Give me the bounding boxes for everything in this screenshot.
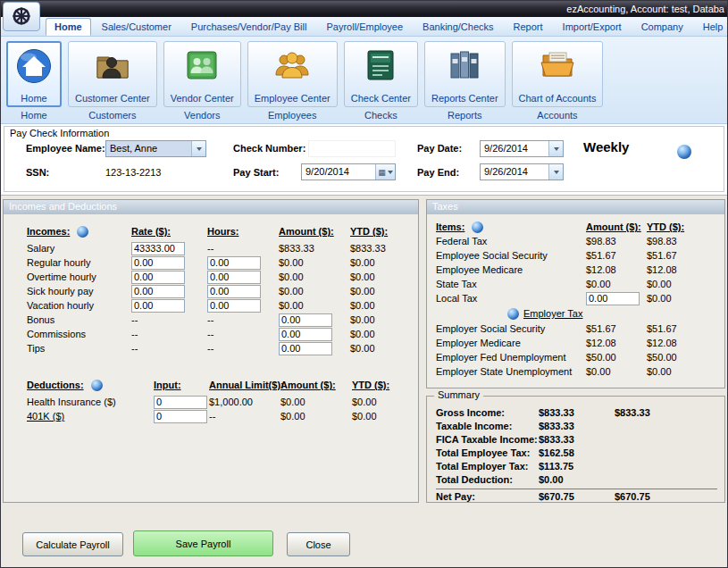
save-payroll-button[interactable]: Save Payroll [133, 530, 273, 556]
summary-label: Total Employee Tax: [436, 447, 539, 458]
sick-hourly-pay-hours-input[interactable] [207, 285, 261, 298]
incomes-header-cell: Incomes: [27, 226, 131, 238]
tool-button-label: Home [21, 93, 46, 104]
close-button[interactable]: Close [287, 532, 350, 556]
tax-headers: Items: Amount ($): YTD ($): [436, 220, 719, 234]
tips-amount-input[interactable] [279, 342, 332, 355]
income-row-tips: Tips----$0.00 [27, 341, 413, 355]
regular-hourly-rate-input[interactable] [131, 256, 185, 270]
tool-vendor-center: Vendor CenterVendors [163, 41, 241, 121]
total-employer-tax-value: $113.75 [539, 461, 615, 472]
ssn-value: 123-13-2213 [105, 167, 161, 178]
chevron-down-icon[interactable] [548, 164, 563, 180]
customer-center-button[interactable]: Customer Center [68, 41, 157, 107]
vacation-hourly-hours-input[interactable] [207, 299, 261, 313]
employee-center-button[interactable]: Employee Center [247, 41, 338, 107]
chevron-down-icon[interactable] [191, 141, 205, 156]
health-insurance-input-input[interactable] [154, 396, 207, 409]
menu-tab-home[interactable]: Home [46, 18, 91, 36]
menu-tab-banking-checks[interactable]: Banking/Checks [414, 18, 503, 36]
pay-start-label: Pay Start: [233, 167, 279, 178]
sick-hourly-pay-rate-input[interactable] [131, 285, 185, 298]
home-button[interactable]: Home [6, 41, 62, 107]
vacation-hourly-rate-input[interactable] [131, 299, 185, 313]
overtime-hourly-hours-input[interactable] [207, 271, 261, 284]
fica-taxable-income-value: $833.33 [539, 434, 615, 445]
federal-tax-ytd-value: $98.83 [647, 236, 719, 246]
income-label: Sick hourly pay [27, 286, 131, 297]
income-label: Commissions [27, 329, 131, 339]
health-insurance-amount-value: $0.00 [280, 397, 352, 407]
paycheck-section-title: Pay Check Information [10, 128, 109, 138]
reports-center-button[interactable]: Reports Center [424, 41, 506, 107]
commissions-amount-input[interactable] [279, 328, 332, 341]
deduction-row-401k: 401K ($)--$0.00$0.00 [27, 409, 413, 423]
ded-amount-header: Amount ($): [280, 380, 352, 390]
bonus-amount-input[interactable] [279, 313, 332, 327]
gross-income-ytd-value: $833.33 [615, 407, 717, 418]
summary-label: Net Pay: [436, 491, 539, 502]
chart-of-accounts-button[interactable]: Chart of Accounts [512, 41, 604, 107]
employer-state-unemployment-amount-value: $0.00 [586, 366, 647, 377]
incomes-deductions-body: Incomes: Rate ($): Hours: Amount ($): YT… [4, 214, 418, 423]
pay-end-value: 9/26/2014 [481, 164, 548, 180]
app-menu-button[interactable] [3, 2, 40, 31]
salary-ytd-value: $833.33 [350, 243, 413, 254]
summary-label: FICA Taxable Income: [436, 434, 539, 445]
employer-tax-help-icon[interactable] [507, 308, 519, 320]
pay-date-select[interactable]: 9/26/2014 [480, 140, 564, 157]
menu-tab-company[interactable]: Company [632, 18, 692, 36]
tool-caption: Accounts [537, 110, 577, 121]
menu-tab-report[interactable]: Report [505, 18, 552, 36]
menu-tab-help[interactable]: Help [694, 18, 728, 36]
summary-label: Total Deduction: [436, 474, 539, 485]
commissions-rate-value: -- [131, 329, 207, 339]
tool-caption: Employees [268, 110, 316, 121]
overtime-hourly-rate-input[interactable] [131, 271, 185, 284]
vendor-center-button[interactable]: Vendor Center [163, 41, 241, 107]
incomes-help-icon[interactable] [77, 226, 88, 238]
income-label: Overtime hourly [27, 271, 131, 282]
summary-row-taxable-income: Taxable Income:$833.33 [436, 419, 717, 432]
tax-label: Local Tax [436, 293, 586, 304]
summary-label: Total Employer Tax: [436, 461, 539, 472]
tips-hours-value: -- [207, 343, 279, 354]
income-row-overtime-hourly: Overtime hourly$0.00$0.00 [27, 270, 413, 284]
chevron-down-icon[interactable] [548, 141, 563, 156]
total-employee-tax-value: $162.58 [539, 447, 615, 458]
salary-rate-input[interactable] [131, 242, 185, 255]
calculate-payroll-button[interactable]: Calculate Payroll [22, 532, 123, 556]
regular-hourly-hours-input[interactable] [207, 256, 261, 270]
local-tax-ytd-value: $0.00 [647, 293, 719, 304]
tax-label: Federal Tax [436, 236, 586, 246]
employer-fed-unemployment-amount-value: $50.00 [586, 352, 647, 363]
menu-tab-sales-customer[interactable]: Sales/Customer [93, 18, 180, 36]
employer-tax-label: Employer Tax [523, 308, 582, 319]
pay-date-value: 9/26/2014 [481, 141, 548, 156]
menu-tab-purchases-vendor-pay-bill[interactable]: Purchases/Vendor/Pay Bill [182, 18, 316, 36]
pay-end-select[interactable]: 9/26/2014 [480, 163, 564, 180]
taxable-income-value: $833.33 [539, 421, 615, 431]
calendar-icon[interactable] [375, 164, 395, 180]
income-row-vacation-hourly: Vacation hourly$0.00$0.00 [27, 298, 413, 313]
menu-tab-payroll-employee[interactable]: Payroll/Employee [317, 18, 412, 36]
local-tax-amount-input[interactable] [586, 292, 640, 305]
deduction-label: 401K ($) [27, 411, 154, 422]
deductions-help-icon[interactable] [91, 380, 103, 391]
tips-ytd-value: $0.00 [350, 343, 413, 354]
help-globe-icon[interactable] [677, 145, 691, 159]
employee-name-select[interactable]: Best, Anne [105, 140, 206, 157]
menu-tab-import-export[interactable]: Import/Export [554, 18, 631, 36]
tax-label: Employer State Unemployment [436, 366, 586, 377]
pay-start-picker[interactable]: 9/20/2014 [301, 163, 396, 180]
taxes-help-icon[interactable] [472, 221, 483, 233]
items-header-label: Items: [436, 221, 464, 232]
pay-start-value: 9/20/2014 [302, 164, 375, 180]
app-window: ezAccounting, Account: test, Databa Home… [0, 0, 728, 568]
income-row-commissions: Commissions----$0.00 [27, 327, 413, 341]
401k-input-input[interactable] [154, 410, 207, 423]
check-number-input[interactable] [308, 140, 396, 157]
income-label: Bonus [27, 314, 131, 325]
summary-rows: Gross Income:$833.33$833.33Taxable Incom… [436, 405, 717, 502]
check-center-button[interactable]: Check Center [344, 41, 418, 107]
